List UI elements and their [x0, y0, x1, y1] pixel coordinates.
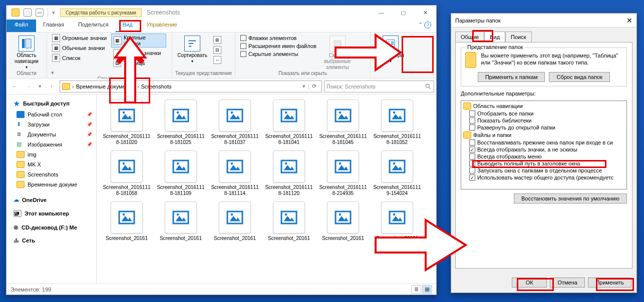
tab-share[interactable]: Поделиться: [71, 20, 116, 32]
advanced-settings-tree[interactable]: Область навигации Отобразить все папки П…: [461, 100, 627, 190]
tree-show-all-folders[interactable]: Отобразить все папки: [462, 110, 625, 117]
file-extensions[interactable]: Расширения имен файлов: [238, 42, 318, 50]
tool-context-tab: Средства работы с рисунками: [60, 8, 142, 17]
file-item[interactable]: Screenshot_20161118-181041: [264, 100, 314, 146]
tree-restore-windows[interactable]: Восстанавливать прежние окна папок при в…: [462, 139, 625, 146]
sidebar-item-desktop[interactable]: Рабочий стол: [7, 110, 96, 120]
large-icons-view-icon[interactable]: ▦: [422, 285, 432, 294]
options-button[interactable]: Параметры▾: [374, 34, 408, 64]
size-columns-button[interactable]: ↔: [211, 56, 223, 64]
sidebar-item-downloads[interactable]: ⬇Загрузки: [7, 120, 96, 130]
ok-button[interactable]: ОК: [512, 278, 547, 288]
file-list[interactable]: Screenshot_20161118-181020Screenshot_201…: [97, 94, 436, 284]
item-checkboxes[interactable]: Флажки элементов: [238, 34, 318, 42]
sidebar-item-img[interactable]: img: [7, 150, 96, 160]
file-name: Screenshot_20161118-214935: [318, 184, 368, 196]
up-button[interactable]: ↑: [46, 80, 58, 92]
dlg-tab-general[interactable]: Общие: [455, 32, 484, 42]
image-thumbnail-icon: [327, 202, 359, 234]
dlg-tab-view[interactable]: Вид: [484, 32, 505, 42]
file-item[interactable]: Screenshot_20161118-181120: [264, 150, 314, 196]
layout-extra-large[interactable]: ▦Огромные значки: [50, 34, 109, 42]
close-button[interactable]: ✕: [414, 6, 436, 20]
tab-manage[interactable]: Управление: [140, 20, 184, 32]
image-thumbnail-icon: [381, 100, 413, 132]
tree-always-icons[interactable]: Всегда отображать значки, а не эскизы: [462, 146, 625, 153]
details-view-icon[interactable]: ≣: [411, 285, 421, 294]
file-item[interactable]: Screenshot_20161: [156, 202, 206, 242]
tree-show-libraries[interactable]: Показать библиотеки: [462, 117, 625, 124]
file-item[interactable]: Screenshot_20161118-181052: [372, 100, 422, 146]
layout-large[interactable]: ▦Крупные значки: [111, 34, 166, 48]
tree-files-folders[interactable]: Файлы и папки: [462, 131, 625, 139]
sidebar-item-mkx[interactable]: MK X: [7, 160, 96, 170]
apply-button[interactable]: Применить: [588, 278, 631, 288]
dialog-close-button[interactable]: ✕: [626, 16, 632, 24]
file-item[interactable]: Screenshot_20161: [102, 202, 152, 242]
file-item[interactable]: Screenshot_20161118-181020: [102, 100, 152, 146]
file-item[interactable]: Screenshot_20161118-214935: [318, 150, 368, 196]
add-columns-button[interactable]: ⊟: [211, 46, 223, 54]
file-item[interactable]: Screenshot_20161118-181045: [318, 100, 368, 146]
sidebar-item-onedrive[interactable]: ☁OneDrive: [7, 194, 96, 205]
sidebar-item-temp[interactable]: Временные докуме: [7, 180, 96, 190]
sidebar-item-documents[interactable]: 🗎Документы: [7, 130, 96, 140]
tree-expand-to-folder[interactable]: Развернуть до открытой папки: [462, 124, 625, 131]
layout-small[interactable]: ▫Мелкие значки: [111, 48, 166, 58]
sidebar-item-cddrive[interactable]: ◉CD-дисковод (F:) Me: [7, 222, 96, 232]
history-dropdown[interactable]: ▾: [37, 80, 44, 92]
file-item[interactable]: Screenshot_20161: [372, 202, 422, 242]
file-item[interactable]: Screenshot_20161118-181025: [156, 100, 206, 146]
search-box[interactable]: Поиск: Screenshots: [324, 80, 434, 92]
dlg-tab-search[interactable]: Поиск: [505, 32, 531, 42]
layout-medium[interactable]: ▦Обычные значки: [50, 44, 109, 52]
file-item[interactable]: Screenshot_20161118-181037: [210, 100, 260, 146]
layout-details[interactable]: ▤Таблица: [111, 58, 166, 68]
file-item[interactable]: Screenshot_20161: [210, 202, 260, 242]
tab-view[interactable]: Вид: [116, 20, 140, 32]
sidebar-item-screenshots[interactable]: Screenshots: [7, 170, 96, 180]
sidebar-item-pictures[interactable]: ▧Изображения: [7, 140, 96, 150]
refresh-button[interactable]: ⟳: [308, 83, 319, 90]
layout-list[interactable]: ≣Список: [50, 54, 109, 62]
sidebar-item-network[interactable]: 🖧Сеть: [7, 236, 96, 246]
apply-to-folders-button[interactable]: Применить к папкам: [478, 72, 545, 82]
back-button[interactable]: ←: [9, 80, 21, 92]
sidebar-item-thispc[interactable]: 🖳Этот компьютер: [7, 208, 96, 219]
crumb-temp-docs[interactable]: Временные документы: [76, 84, 135, 90]
file-name: Screenshot_20161: [160, 236, 202, 242]
file-item[interactable]: Screenshot_20161118-181109: [156, 150, 206, 196]
qat-dropdown[interactable]: ▾: [52, 10, 55, 16]
cancel-button[interactable]: Отмена: [550, 278, 585, 288]
file-item[interactable]: Screenshot_20161: [318, 202, 368, 242]
crumb-screenshots[interactable]: Screenshots: [141, 84, 171, 90]
collapse-ribbon-icon[interactable]: ⌃ ?: [413, 20, 436, 32]
sort-button[interactable]: Сортировать▾: [175, 34, 209, 64]
minimize-button[interactable]: —: [370, 6, 392, 20]
group-by-button[interactable]: ⊞: [211, 36, 223, 44]
hidden-items[interactable]: Скрытые элементы: [238, 50, 318, 58]
quick-access-header[interactable]: ★Быстрый доступ: [7, 98, 96, 110]
file-tab[interactable]: Файл: [7, 20, 36, 32]
svg-rect-43: [119, 212, 134, 224]
tree-full-path[interactable]: Выводить полный путь в заголовке окна: [462, 160, 625, 167]
tree-separate-process[interactable]: Запускать окна с папками в отдельном про…: [462, 167, 625, 174]
file-item[interactable]: Screenshot_20161118-181058: [102, 150, 152, 196]
file-item[interactable]: Screenshot_20161: [264, 202, 314, 242]
reset-folders-button[interactable]: Сброс вида папок: [549, 72, 610, 82]
maximize-button[interactable]: ▢: [392, 6, 414, 20]
tree-nav-pane[interactable]: Область навигации: [462, 102, 625, 110]
forward-button[interactable]: →: [23, 80, 35, 92]
new-folder-icon[interactable]: ▭: [36, 8, 44, 16]
restore-defaults-button[interactable]: Восстановить значения по умолчанию: [514, 194, 627, 204]
breadcrumb[interactable]: › Временные документы › Screenshots ▾ ⟳: [60, 80, 322, 92]
properties-icon[interactable]: ⬚: [24, 8, 32, 16]
file-item[interactable]: Screenshot_20161119-154024: [372, 150, 422, 196]
tree-sharing-wizard[interactable]: Использовать мастер общего доступа (реко…: [462, 174, 625, 181]
file-item[interactable]: Screenshot_20161118-181114: [210, 150, 260, 196]
tab-home[interactable]: Главная: [36, 20, 71, 32]
navigation-pane-button[interactable]: Область навигации▾: [10, 34, 44, 70]
tree-always-menus[interactable]: Всегда отображать меню: [462, 153, 625, 160]
file-name: Screenshot_20161: [214, 236, 256, 242]
history-combo[interactable]: ▾: [302, 83, 305, 90]
